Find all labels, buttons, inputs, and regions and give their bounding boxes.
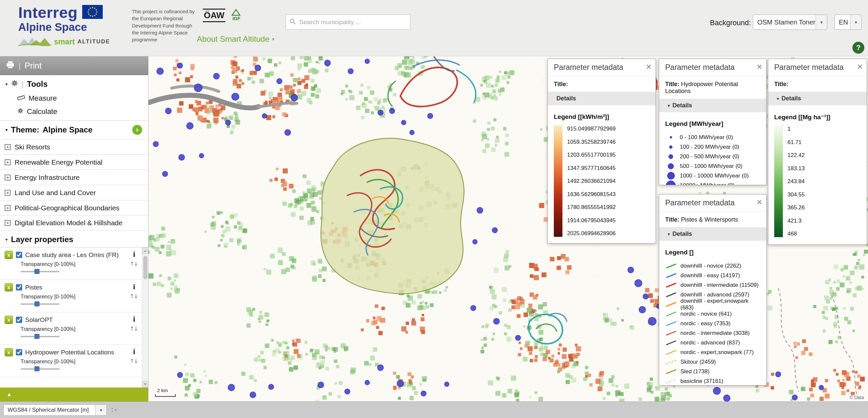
- details-button[interactable]: ▾ Details: [548, 92, 656, 105]
- projection-select[interactable]: WGS84 / Spherical Mercator [m] ▾: [3, 405, 107, 416]
- sidebar-category-energy-infrastructure[interactable]: +Energy Infrastructure: [0, 169, 148, 185]
- layer-remove-button[interactable]: x: [5, 251, 13, 259]
- theme-go-button[interactable]: ›: [132, 125, 142, 135]
- expand-plus-icon[interactable]: +: [5, 220, 10, 226]
- chevron-down-icon[interactable]: ▾: [850, 15, 861, 30]
- expand-plus-icon[interactable]: +: [5, 144, 10, 150]
- legend-item: 200 - 500 MWh/year (0): [665, 152, 760, 161]
- layer-list-scrollbar[interactable]: ▲ ▼: [142, 248, 148, 388]
- move-down-icon[interactable]: ↓: [134, 259, 138, 267]
- scrollbar-thumb[interactable]: [143, 256, 148, 279]
- tool-measure[interactable]: Measure: [0, 92, 148, 105]
- legend-item-label: downhilll - intermediate (11509): [680, 282, 758, 289]
- background-select[interactable]: OSM Stamen Toner ▾: [753, 14, 827, 30]
- transparency-slider[interactable]: [21, 368, 60, 369]
- legend-item: downhilll - novice (2262): [665, 261, 760, 270]
- layer-info-icon[interactable]: i: [133, 250, 135, 259]
- expand-plus-icon[interactable]: +: [5, 159, 10, 165]
- category-label: Digital Elevation Model & Hillshade: [14, 219, 123, 227]
- details-button[interactable]: ▾ Details: [659, 99, 766, 112]
- details-label: Details: [781, 95, 801, 102]
- layer-reorder-arrows[interactable]: ↑↓: [130, 324, 138, 332]
- title-label: Title:: [665, 216, 679, 223]
- chevron-down-icon[interactable]: ▾: [816, 15, 827, 30]
- layer-reorder-arrows[interactable]: ↑↓: [130, 357, 138, 364]
- search-input[interactable]: [299, 18, 407, 26]
- move-down-icon[interactable]: ↓: [134, 357, 138, 364]
- legend-value: 2025.06994628906: [567, 230, 616, 237]
- layer-visibility-checkbox[interactable]: [16, 252, 22, 258]
- tool-calculate[interactable]: Calculate: [0, 105, 148, 118]
- municipality-search[interactable]: [286, 14, 410, 30]
- layer-info-icon[interactable]: i: [133, 283, 135, 291]
- legend-title: Legend [MWh/year]: [665, 120, 760, 128]
- sidebar-collapse-bar[interactable]: ▲: [0, 388, 148, 401]
- layer-remove-button[interactable]: x: [5, 348, 13, 356]
- interreg-logo: Interreg Alpine Space smartALTITUDE: [18, 3, 110, 47]
- legend-values: 161.71122.42183.13243.84304.55365.26421.…: [787, 126, 805, 237]
- slider-handle[interactable]: [34, 301, 39, 307]
- details-button[interactable]: ▾ Details: [768, 92, 867, 105]
- line-symbol: [665, 301, 677, 308]
- slider-handle[interactable]: [34, 334, 39, 339]
- move-up-icon[interactable]: ↑: [130, 292, 134, 299]
- layer-info-icon[interactable]: i: [133, 315, 135, 324]
- expand-plus-icon[interactable]: +: [5, 205, 10, 211]
- move-up-icon[interactable]: ↑: [130, 259, 134, 267]
- layer-remove-button[interactable]: x: [5, 283, 13, 291]
- sidebar-category-ski-resorts[interactable]: +Ski Resorts: [0, 139, 148, 154]
- theme-section-header[interactable]: ▾ Theme: Alpine Space ›: [0, 121, 148, 139]
- line-symbol: [665, 311, 677, 317]
- legend-value: 365.26: [787, 204, 805, 211]
- circle-symbol: [665, 172, 676, 180]
- sidebar-category-digital-elevation-model-hillshade[interactable]: +Digital Elevation Model & Hillshade: [0, 215, 148, 230]
- legend-title: Legend []: [665, 249, 760, 256]
- expand-plus-icon[interactable]: +: [5, 174, 10, 181]
- move-up-icon[interactable]: ↑: [130, 324, 134, 331]
- layer-remove-button[interactable]: x: [5, 316, 13, 324]
- chevron-down-icon[interactable]: ▾: [95, 405, 106, 415]
- move-down-icon[interactable]: ↓: [134, 324, 138, 331]
- app-header: Interreg Alpine Space smartALTITUDE This…: [0, 0, 868, 56]
- scroll-down-button[interactable]: ▼: [142, 381, 148, 388]
- legend-item-label: downhilll - easy (14197): [680, 272, 740, 279]
- layer-properties-header[interactable]: ▾ Layer properties: [0, 230, 148, 247]
- tools-section-header[interactable]: ▾ | Tools: [0, 75, 148, 92]
- layer-label: SolarOPT: [25, 317, 53, 323]
- panel-title-line: Title: Pistes & Wintersports: [665, 216, 760, 223]
- close-icon[interactable]: ×: [757, 62, 762, 72]
- layer-visibility-checkbox[interactable]: [16, 284, 22, 290]
- about-smart-altitude-link[interactable]: About Smart Altitude ▾: [197, 34, 274, 44]
- theme-value: Alpine Space: [42, 125, 92, 134]
- close-icon[interactable]: ×: [646, 62, 651, 72]
- move-down-icon[interactable]: ↓: [134, 292, 138, 299]
- parameter-metadata-panel-pistes: Parameter metadata × Title: Pistes & Win…: [659, 194, 767, 386]
- line-symbol: [665, 272, 677, 279]
- language-select[interactable]: EN ▾: [835, 14, 862, 30]
- expand-plus-icon[interactable]: +: [5, 190, 10, 196]
- move-up-icon[interactable]: ↑: [130, 357, 134, 364]
- scroll-up-button[interactable]: ▲: [142, 248, 148, 254]
- layer-visibility-checkbox[interactable]: [16, 317, 22, 323]
- layer-info-icon[interactable]: i: [133, 348, 135, 356]
- details-button[interactable]: ▾ Details: [659, 227, 766, 241]
- slider-handle[interactable]: [34, 269, 39, 274]
- slider-handle[interactable]: [34, 366, 39, 371]
- legend-item-label: 500 - 1000 MWh/year (0): [680, 163, 742, 169]
- sidebar-category-renewable-energy-potential[interactable]: +Renewable Energy Potential: [0, 154, 148, 169]
- close-icon[interactable]: ×: [757, 197, 762, 207]
- sidebar-category-land-use-and-land-cover[interactable]: +Land Use and Land Cover: [0, 185, 148, 200]
- layer-visibility-checkbox[interactable]: [16, 349, 22, 355]
- logo-text-interreg: Interreg: [18, 3, 78, 22]
- help-button[interactable]: ?: [852, 42, 864, 54]
- layer-properties-area: xCase study area - Les Orres (FR)i↑↓Tran…: [0, 247, 148, 388]
- transparency-slider[interactable]: [21, 336, 60, 337]
- sidebar-category-political-geographical-boundaries[interactable]: +Political-Geographical Boundaries: [0, 200, 148, 215]
- layer-reorder-arrows[interactable]: ↑↓: [130, 259, 138, 267]
- title-value: Pistes & Wintersports: [681, 216, 738, 223]
- layer-reorder-arrows[interactable]: ↑↓: [130, 292, 138, 299]
- transparency-slider[interactable]: [21, 303, 60, 305]
- close-icon[interactable]: ×: [858, 62, 862, 72]
- transparency-slider[interactable]: [21, 271, 60, 272]
- print-button[interactable]: | Print: [0, 56, 148, 75]
